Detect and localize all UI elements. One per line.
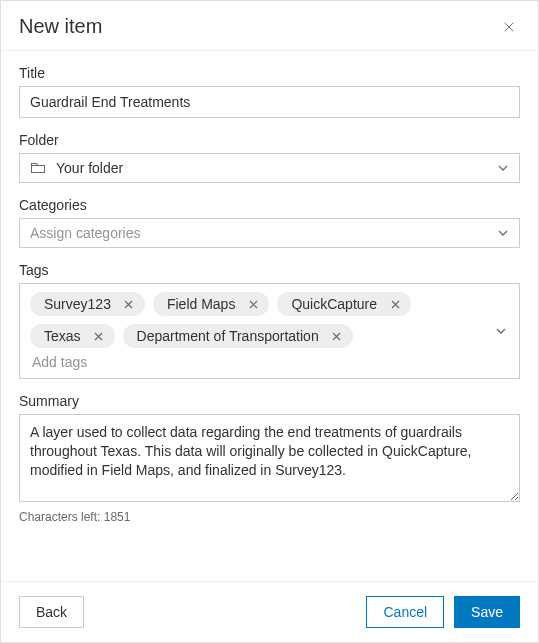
tags-field: Tags Survey123Field MapsQuickCaptureTexa… [19,262,520,379]
tag-remove[interactable] [121,296,137,312]
close-icon [391,300,400,309]
cancel-button[interactable]: Cancel [366,596,444,628]
folder-icon [30,160,46,176]
tag-chip: QuickCapture [277,292,411,316]
chevron-down-icon [495,325,507,337]
tag-label: Texas [44,328,81,344]
folder-select[interactable]: Your folder [19,153,520,183]
tags-row: Survey123Field MapsQuickCaptureTexasDepa… [30,292,509,348]
title-field: Title [19,65,520,118]
add-tags-input[interactable]: Add tags [30,348,509,372]
folder-label: Folder [19,132,520,148]
close-icon [249,300,258,309]
summary-label: Summary [19,393,520,409]
tag-chip: Department of Transportation [123,324,353,348]
tag-chip: Field Maps [153,292,269,316]
close-icon [504,20,514,34]
close-icon [124,300,133,309]
tag-label: Field Maps [167,296,235,312]
tag-label: QuickCapture [291,296,377,312]
tag-chip: Texas [30,324,115,348]
back-button[interactable]: Back [19,596,84,628]
close-icon [332,332,341,341]
dialog-body: Title Folder Your folder Categories Assi… [1,51,538,581]
tags-label: Tags [19,262,520,278]
tag-label: Survey123 [44,296,111,312]
chevron-down-icon [497,162,509,174]
categories-placeholder: Assign categories [30,225,141,241]
tag-label: Department of Transportation [137,328,319,344]
tags-box[interactable]: Survey123Field MapsQuickCaptureTexasDepa… [19,283,520,379]
tag-remove[interactable] [91,328,107,344]
dialog-title: New item [19,15,102,38]
dialog-footer: Back Cancel Save [1,581,538,642]
characters-left: Characters left: 1851 [19,510,520,524]
close-icon [94,332,103,341]
title-input[interactable] [19,86,520,118]
save-button[interactable]: Save [454,596,520,628]
tags-expand[interactable] [495,325,507,337]
chevron-down-icon [497,227,509,239]
categories-field: Categories Assign categories [19,197,520,248]
title-label: Title [19,65,520,81]
dialog-header: New item [1,1,538,51]
folder-value: Your folder [56,160,123,176]
folder-field: Folder Your folder [19,132,520,183]
new-item-dialog: New item Title Folder Your folder Catego… [0,0,539,643]
categories-label: Categories [19,197,520,213]
categories-select[interactable]: Assign categories [19,218,520,248]
close-button[interactable] [498,16,520,38]
summary-textarea[interactable] [19,414,520,502]
tag-remove[interactable] [387,296,403,312]
tag-remove[interactable] [245,296,261,312]
tag-remove[interactable] [329,328,345,344]
summary-field: Summary Characters left: 1851 [19,393,520,524]
tag-chip: Survey123 [30,292,145,316]
